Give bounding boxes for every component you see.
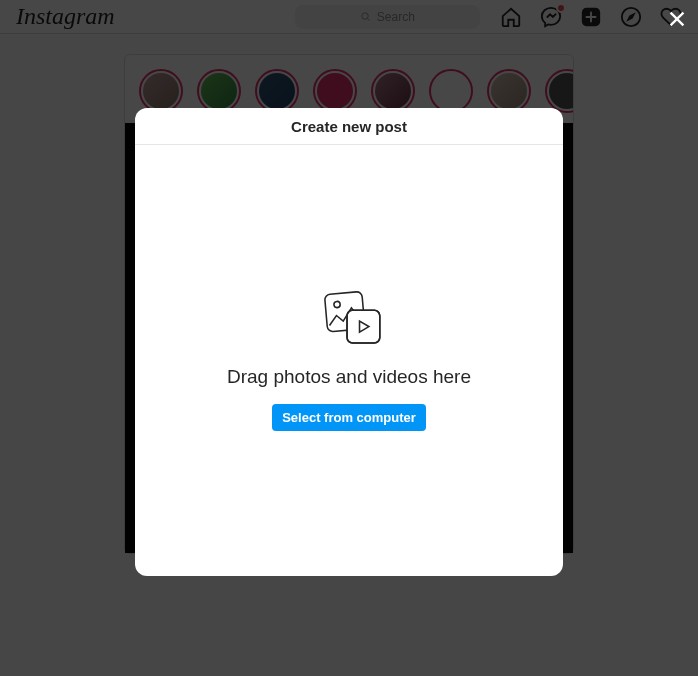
select-from-computer-button[interactable]: Select from computer: [272, 404, 426, 431]
create-post-modal: Create new post Drag photos and videos h…: [135, 108, 563, 576]
svg-rect-11: [347, 310, 380, 343]
close-icon[interactable]: [666, 8, 690, 32]
modal-body[interactable]: Drag photos and videos here Select from …: [135, 145, 563, 576]
modal-title: Create new post: [135, 108, 563, 145]
drop-text: Drag photos and videos here: [227, 366, 471, 388]
media-icon: [309, 290, 389, 350]
svg-point-10: [334, 301, 341, 308]
